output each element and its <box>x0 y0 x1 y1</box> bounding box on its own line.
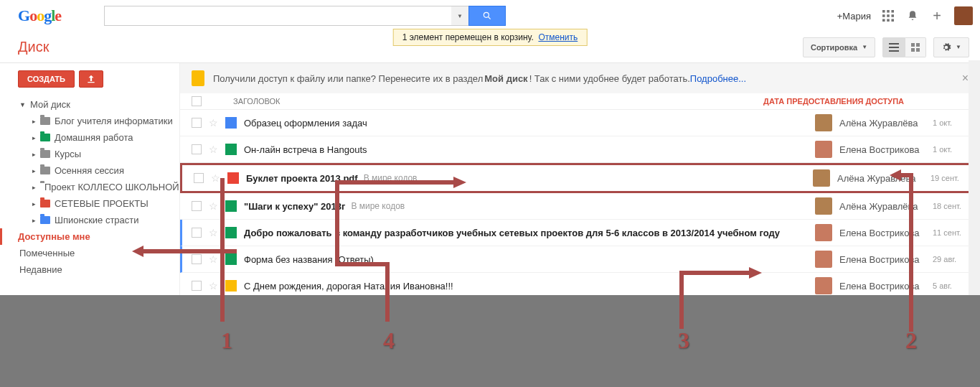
svg-rect-6 <box>887 14 890 17</box>
list-view-button[interactable] <box>882 37 905 57</box>
banner-close[interactable]: × <box>962 72 969 85</box>
file-name: Он-лайн встреча в Hangouts <box>244 144 367 155</box>
undo-link[interactable]: Отменить <box>538 32 578 42</box>
owner-avatar <box>815 114 832 131</box>
owner-name: Алёна Журавлёва <box>839 118 925 129</box>
svg-rect-11 <box>889 43 899 45</box>
row-checkbox[interactable] <box>192 118 202 128</box>
svg-rect-8 <box>882 19 885 22</box>
owner-avatar <box>815 224 832 241</box>
sidebar-folder[interactable]: ▸Блог учителя информатики <box>18 113 179 129</box>
annotation-4: 4 <box>383 327 395 354</box>
svg-rect-15 <box>916 43 920 47</box>
svg-line-1 <box>489 17 491 19</box>
share-date: 29 авг. <box>933 255 969 264</box>
svg-point-0 <box>484 12 489 17</box>
info-banner: Получили доступ к файлу или папке? Перен… <box>180 63 980 93</box>
owner-avatar <box>815 141 832 158</box>
file-type-icon <box>225 117 237 129</box>
share-date: 1 окт. <box>933 118 969 127</box>
star-icon[interactable]: ☆ <box>209 144 218 155</box>
sidebar-folder[interactable]: ▸СЕТЕВЫЕ ПРОЕКТЫ <box>18 195 179 212</box>
svg-marker-23 <box>890 169 901 181</box>
file-name: Образец оформления задач <box>244 118 367 129</box>
plus-icon[interactable]: + <box>930 9 944 23</box>
owner-avatar <box>815 197 832 215</box>
svg-rect-4 <box>891 10 894 13</box>
undo-notification: 1 элемент перемещен в корзину. Отменить <box>393 29 588 46</box>
share-date: 11 сент. <box>933 228 969 237</box>
annotation-2: 2 <box>905 327 917 354</box>
select-all-checkbox[interactable] <box>192 96 202 106</box>
user-avatar[interactable] <box>954 6 973 25</box>
owner-name: Елена Вострикова <box>839 144 925 155</box>
row-checkbox[interactable] <box>192 281 202 291</box>
upload-button[interactable] <box>79 70 103 88</box>
owner-avatar <box>813 169 830 187</box>
learn-more-link[interactable]: Подробнее... <box>690 73 746 84</box>
notif-text: 1 элемент перемещен в корзину. <box>402 32 534 42</box>
row-checkbox[interactable] <box>192 228 202 238</box>
col-title[interactable]: ЗАГОЛОВОК <box>233 97 280 106</box>
scrollbar[interactable] <box>969 60 980 295</box>
share-date: 5 авг. <box>933 281 969 290</box>
file-row[interactable]: ☆"Шаги к успеху" 2013гВ мире кодовАлёна … <box>180 193 980 220</box>
share-date: 19 сент. <box>930 174 966 182</box>
share-date: 1 окт. <box>933 145 969 154</box>
svg-rect-3 <box>887 10 890 13</box>
file-row[interactable]: ☆Он-лайн встреча в HangoutsЕлена Вострик… <box>180 136 980 163</box>
sidebar-shared[interactable]: Доступные мне <box>0 228 179 245</box>
doc-icon <box>192 70 204 86</box>
share-date: 18 сент. <box>933 202 969 210</box>
row-checkbox[interactable] <box>194 173 204 183</box>
plus-user[interactable]: +Мария <box>837 11 871 22</box>
folder-icon <box>40 200 50 208</box>
svg-rect-12 <box>889 47 899 48</box>
search-dropdown[interactable]: ▼ <box>451 6 468 26</box>
svg-rect-2 <box>882 10 885 13</box>
file-row[interactable]: ☆Буклет проекта 2013.pdfВ мире кодовАлён… <box>180 163 980 193</box>
drive-title: Диск <box>18 39 49 55</box>
owner-avatar <box>815 277 832 294</box>
annotation-3: 3 <box>678 327 689 354</box>
file-row[interactable]: ☆Образец оформления задачАлёна Журавлёва… <box>180 110 980 136</box>
bell-icon[interactable] <box>905 9 920 23</box>
search-input[interactable] <box>104 6 451 26</box>
folder-icon <box>40 167 50 174</box>
apps-icon[interactable] <box>881 9 895 23</box>
svg-marker-19 <box>132 246 143 257</box>
svg-rect-5 <box>882 14 885 17</box>
folder-icon <box>40 117 50 125</box>
sidebar-folder[interactable]: ▸Осенняя сессия <box>18 162 179 179</box>
annotation-mask <box>0 295 980 387</box>
sidebar-folder[interactable]: ▸Курсы <box>18 146 179 162</box>
sidebar-folder[interactable]: ▸Домашняя работа <box>18 129 179 146</box>
file-name: Добро пожаловать в команду разработчиков… <box>244 228 780 238</box>
folder-icon <box>40 134 50 141</box>
sidebar-folder[interactable]: ▸Шпионские страсти <box>18 212 179 228</box>
row-checkbox[interactable] <box>192 144 202 154</box>
file-type-icon <box>225 144 237 155</box>
col-date[interactable]: ДАТА ПРЕДОСТАВЛЕНИЯ ДОСТУПА <box>763 97 969 106</box>
star-icon[interactable]: ☆ <box>209 117 218 129</box>
folder-icon <box>40 216 50 224</box>
google-logo[interactable]: Google <box>18 6 61 25</box>
create-button[interactable]: СОЗДАТЬ <box>18 70 75 88</box>
row-checkbox[interactable] <box>192 201 202 211</box>
svg-rect-17 <box>916 48 920 52</box>
folder-icon <box>40 150 50 158</box>
search-button[interactable] <box>468 6 506 26</box>
sidebar-folder[interactable]: ▸Проект КОЛЛЕСО ШКОЛЬНОЙ ЖИЗНИ <box>18 179 179 195</box>
sidebar-my-drive[interactable]: ▼Мой диск <box>18 96 179 113</box>
svg-rect-9 <box>887 19 890 22</box>
sort-button[interactable]: Сортировка▼ <box>803 37 875 57</box>
settings-button[interactable]: ▼ <box>933 37 969 57</box>
svg-rect-14 <box>911 43 915 47</box>
grid-view-button[interactable] <box>905 37 926 57</box>
svg-rect-13 <box>889 50 899 52</box>
file-row[interactable]: ☆Форма без названия (Ответы)Елена Востри… <box>180 246 980 273</box>
annotation-1: 1 <box>221 327 232 354</box>
svg-rect-7 <box>891 14 894 17</box>
file-row[interactable]: ☆Добро пожаловать в команду разработчико… <box>180 220 980 246</box>
column-header: ЗАГОЛОВОК ДАТА ПРЕДОСТАВЛЕНИЯ ДОСТУПА <box>180 93 980 110</box>
